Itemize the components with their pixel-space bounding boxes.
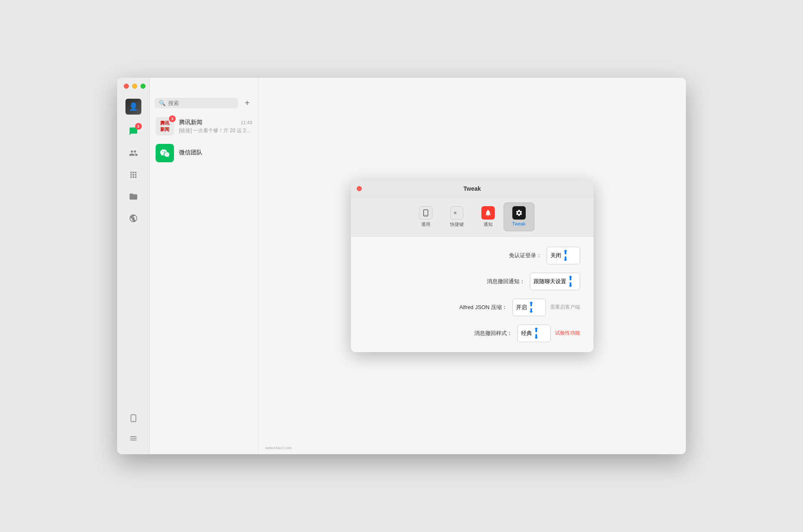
sidebar-item-mini-programs[interactable] <box>124 166 143 184</box>
anonymous-login-control: 关闭 ⬆︎⬇︎ <box>547 247 580 264</box>
window-traffic-lights <box>124 84 146 89</box>
anonymous-login-select[interactable]: 关闭 ⬆︎⬇︎ <box>547 247 580 264</box>
watermark: www.MacZ.com <box>265 446 292 450</box>
sidebar-item-messages[interactable]: 3 <box>124 122 143 141</box>
dialog-body: 免认证登录： 关闭 ⬆︎⬇︎ 消息撤回通知： <box>351 237 593 352</box>
svg-point-2 <box>133 420 134 421</box>
tweak-dialog: Tweak 通用 <box>351 180 593 352</box>
menu-icon <box>129 434 138 442</box>
chat-avatar-wechat-team <box>156 144 174 162</box>
main-content: Tweak 通用 <box>258 78 686 454</box>
select-arrows-3: ⬆︎⬇︎ <box>534 327 539 340</box>
tab-tweak-label: Tweak <box>512 221 526 226</box>
chat-avatar-tencent-news: 腾讯新闻 3 <box>156 117 174 136</box>
tab-tweak-icon <box>512 206 526 220</box>
anonymous-login-label: 免认证登录： <box>509 252 542 259</box>
select-arrows-1: ⬆︎⬇︎ <box>568 275 573 288</box>
message-recall-style-select[interactable]: 经典 ⬆︎⬇︎ <box>517 325 551 342</box>
moments-icon <box>129 214 138 223</box>
tab-notifications-label: 通知 <box>483 221 493 228</box>
message-recall-notification-value: 跟随聊天设置 <box>534 278 566 285</box>
dialog-title-bar: Tweak <box>351 180 593 197</box>
maximize-button[interactable] <box>141 84 146 89</box>
anonymous-login-value: 关闭 <box>550 252 561 259</box>
dialog-title: Tweak <box>463 185 481 192</box>
tab-notifications-icon <box>481 206 495 220</box>
search-icon: 🔍 <box>159 100 166 106</box>
sidebar-narrow: 👤 3 <box>117 78 150 454</box>
chat-time-tencent-news: 11:43 <box>240 120 252 125</box>
alfred-json-control: 开启 ⬆︎⬇︎ 需重启客户端 <box>512 299 580 316</box>
chat-list-sidebar: 🔍 + 腾讯新闻 3 腾讯新闻 11:43 [链接] 一次看个够！亓 20 运 … <box>150 78 258 454</box>
chat-item-wechat-team[interactable]: 微信团队 <box>150 140 258 166</box>
alfred-json-hint: 需重启客户端 <box>550 304 580 311</box>
chat-header-row: 腾讯新闻 11:43 <box>179 119 252 126</box>
chat-name-tencent-news: 腾讯新闻 <box>179 119 202 126</box>
svg-point-4 <box>425 214 426 215</box>
select-arrows-0: ⬆︎⬇︎ <box>563 249 568 262</box>
sidebar-item-moments[interactable] <box>124 209 143 228</box>
alfred-json-value: 开启 <box>516 304 527 311</box>
add-button[interactable]: + <box>241 97 253 109</box>
dialog-backdrop: Tweak 通用 <box>258 78 686 454</box>
wechat-icon <box>159 148 170 159</box>
sidebar-item-contacts[interactable] <box>124 144 143 162</box>
sidebar-item-menu[interactable] <box>124 429 143 448</box>
folders-icon <box>129 192 138 201</box>
settings-row-anonymous-login: 免认证登录： 关闭 ⬆︎⬇︎ <box>364 247 580 264</box>
dialog-toolbar: 通用 ⌘ 快捷键 <box>351 197 593 237</box>
tab-general[interactable]: 通用 <box>410 202 441 231</box>
tab-notifications[interactable]: 通知 <box>473 202 504 231</box>
svg-text:⌘: ⌘ <box>454 210 456 215</box>
dialog-traffic-lights <box>357 186 362 191</box>
cmd-icon: ⌘ <box>453 209 460 217</box>
tencent-news-badge: 3 <box>169 115 176 122</box>
tab-tweak[interactable]: Tweak <box>504 202 534 231</box>
gear-icon <box>515 209 523 217</box>
phone-icon <box>129 414 138 422</box>
search-bar: 🔍 + <box>150 93 258 113</box>
sidebar-item-phone[interactable] <box>124 409 143 427</box>
search-input[interactable] <box>168 100 234 106</box>
minimize-button[interactable] <box>132 84 137 89</box>
settings-row-message-recall-style: 消息撤回样式： 经典 ⬆︎⬇︎ 试验性功能 <box>364 325 580 342</box>
app-window: 👤 3 <box>117 78 686 454</box>
settings-row-message-recall-notification: 消息撤回通知： 跟随聊天设置 ⬆︎⬇︎ <box>364 273 580 290</box>
mini-programs-icon <box>129 170 138 179</box>
chat-preview-tencent-news: [链接] 一次看个够！亓 20 运 20 … <box>179 127 252 134</box>
alfred-json-select[interactable]: 开启 ⬆︎⬇︎ <box>512 299 546 316</box>
search-input-wrapper[interactable]: 🔍 <box>155 98 238 108</box>
phone-tab-icon <box>422 209 430 217</box>
user-avatar[interactable]: 👤 <box>125 99 141 115</box>
chat-header-row-wechat: 微信团队 <box>179 149 252 156</box>
messages-badge: 3 <box>135 123 142 130</box>
chat-name-wechat-team: 微信团队 <box>179 149 202 156</box>
message-recall-style-value: 经典 <box>521 330 532 337</box>
tab-general-label: 通用 <box>421 221 430 228</box>
chat-info-wechat-team: 微信团队 <box>179 149 252 157</box>
message-recall-style-label: 消息撤回样式： <box>474 330 512 337</box>
chat-item-tencent-news[interactable]: 腾讯新闻 3 腾讯新闻 11:43 [链接] 一次看个够！亓 20 运 20 … <box>150 113 258 140</box>
contacts-icon <box>129 148 138 158</box>
avatar-placeholder: 👤 <box>125 99 141 115</box>
tab-general-icon <box>419 206 432 220</box>
chat-info-tencent-news: 腾讯新闻 11:43 [链接] 一次看个够！亓 20 运 20 … <box>179 119 252 134</box>
sidebar-bottom-icons <box>124 409 143 454</box>
sidebar-item-folders[interactable] <box>124 187 143 206</box>
alfred-json-label: Alfred JSON 压缩： <box>459 304 507 311</box>
message-recall-style-control: 经典 ⬆︎⬇︎ 试验性功能 <box>517 325 580 342</box>
settings-row-alfred-json: Alfred JSON 压缩： 开启 ⬆︎⬇︎ 需重启客户端 <box>364 299 580 316</box>
select-arrows-2: ⬆︎⬇︎ <box>529 301 534 314</box>
dialog-close-button[interactable] <box>357 186 362 191</box>
tab-shortcuts[interactable]: ⌘ 快捷键 <box>441 202 473 231</box>
tab-shortcuts-label: 快捷键 <box>450 221 464 228</box>
message-recall-notification-select[interactable]: 跟随聊天设置 ⬆︎⬇︎ <box>530 273 580 290</box>
message-recall-notification-label: 消息撤回通知： <box>487 278 525 285</box>
message-recall-style-hint: 试验性功能 <box>555 330 580 337</box>
message-recall-notification-control: 跟随聊天设置 ⬆︎⬇︎ <box>530 273 580 290</box>
tab-shortcuts-icon: ⌘ <box>450 206 463 220</box>
notification-icon <box>484 209 492 217</box>
close-button[interactable] <box>124 84 129 89</box>
